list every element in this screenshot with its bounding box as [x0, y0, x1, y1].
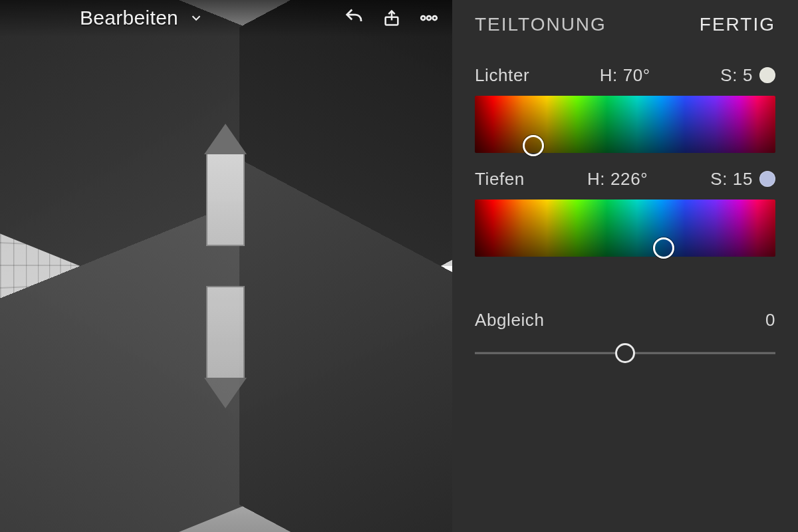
balance-slider[interactable]: [475, 340, 775, 366]
shadows-sat-readout: S: 15: [710, 169, 753, 190]
editor-topbar: Bearbeiten: [0, 0, 452, 36]
svg-point-2: [427, 16, 431, 20]
edit-menu[interactable]: Bearbeiten: [80, 7, 207, 29]
shadows-label: Tiefen: [475, 169, 525, 190]
chevron-down-icon: [185, 7, 207, 29]
edit-menu-label: Bearbeiten: [80, 7, 178, 29]
highlights-label: Lichter: [475, 65, 529, 86]
panel-header: TEILTONUNG FERTIG: [475, 0, 775, 49]
shadows-swatch: [759, 171, 775, 187]
split-toning-panel: TEILTONUNG FERTIG Lichter H: 70° S: 5 Ti…: [452, 0, 798, 532]
panel-title: TEILTONUNG: [475, 14, 606, 35]
shadows-group: Tiefen H: 226° S: 15: [475, 165, 775, 257]
photo-canvas[interactable]: Bearbeiten: [0, 0, 452, 532]
balance-label: Abgleich: [475, 310, 545, 331]
shadows-hue-thumb[interactable]: [653, 237, 674, 259]
edited-photo: [0, 0, 452, 532]
more-icon[interactable]: [418, 7, 440, 29]
highlights-group: Lichter H: 70° S: 5: [475, 61, 775, 153]
highlights-hue-picker[interactable]: [475, 96, 775, 153]
highlights-sat-readout: S: 5: [720, 65, 753, 86]
svg-point-1: [421, 16, 425, 20]
balance-row: Abgleich 0: [475, 310, 775, 331]
svg-point-3: [433, 16, 437, 20]
undo-icon[interactable]: [343, 7, 366, 29]
share-icon[interactable]: [380, 7, 403, 29]
highlights-hue-thumb[interactable]: [523, 135, 544, 156]
app-root: Bearbeiten TEILTONUNG FERTIG: [0, 0, 798, 532]
highlights-hue-readout: H: 70°: [600, 65, 650, 86]
done-button[interactable]: FERTIG: [700, 14, 775, 35]
shadows-hue-picker[interactable]: [475, 200, 775, 257]
balance-value: 0: [765, 310, 775, 331]
shadows-hue-readout: H: 226°: [587, 169, 648, 190]
highlights-swatch: [759, 67, 775, 83]
balance-knob[interactable]: [615, 343, 635, 363]
